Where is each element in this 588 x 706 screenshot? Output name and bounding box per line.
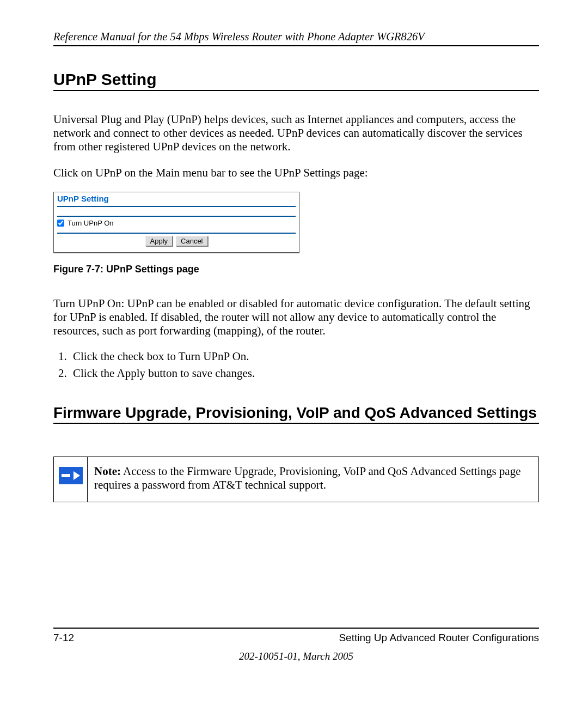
heading-rule: [53, 423, 539, 424]
list-item: Click the Apply button to save changes.: [70, 367, 539, 380]
section-heading-upnp: UPnP Setting: [53, 70, 539, 89]
body-paragraph: Universal Plug and Play (UPnP) helps dev…: [53, 113, 539, 154]
note-label: Note:: [94, 465, 121, 478]
running-header: Reference Manual for the 54 Mbps Wireles…: [53, 31, 539, 46]
page-number: 7-12: [53, 632, 74, 644]
body-paragraph: Turn UPnP On: UPnP can be enabled or dis…: [53, 297, 539, 338]
steps-list: Click the check box to Turn UPnP On. Cli…: [53, 350, 539, 380]
chapter-title: Setting Up Advanced Router Configuration…: [339, 632, 539, 644]
note-box: Note: Access to the Firmware Upgrade, Pr…: [53, 457, 539, 502]
arrow-right-icon: [59, 467, 83, 484]
panel-title: UPnP Setting: [57, 194, 109, 203]
page-footer: 7-12 Setting Up Advanced Router Configur…: [53, 628, 539, 662]
apply-button[interactable]: Apply: [145, 236, 173, 246]
list-item: Click the check box to Turn UPnP On.: [70, 350, 539, 363]
figure-caption: Figure 7-7: UPnP Settings page: [53, 264, 539, 275]
heading-rule: [53, 90, 539, 91]
doc-id: 202-10051-01, March 2005: [53, 650, 539, 662]
checkbox-label: Turn UPnP On: [68, 219, 114, 227]
upnp-settings-panel: UPnP Setting Turn UPnP On Apply Cancel: [53, 192, 299, 253]
note-body: Access to the Firmware Upgrade, Provisio…: [94, 465, 521, 491]
turn-upnp-on-checkbox[interactable]: [57, 220, 64, 227]
section-heading-firmware: Firmware Upgrade, Provisioning, VoIP and…: [53, 404, 539, 421]
cancel-button[interactable]: Cancel: [176, 236, 207, 246]
body-paragraph: Click on UPnP on the Main menu bar to se…: [53, 166, 539, 180]
note-text: Note: Access to the Firmware Upgrade, Pr…: [88, 457, 538, 502]
